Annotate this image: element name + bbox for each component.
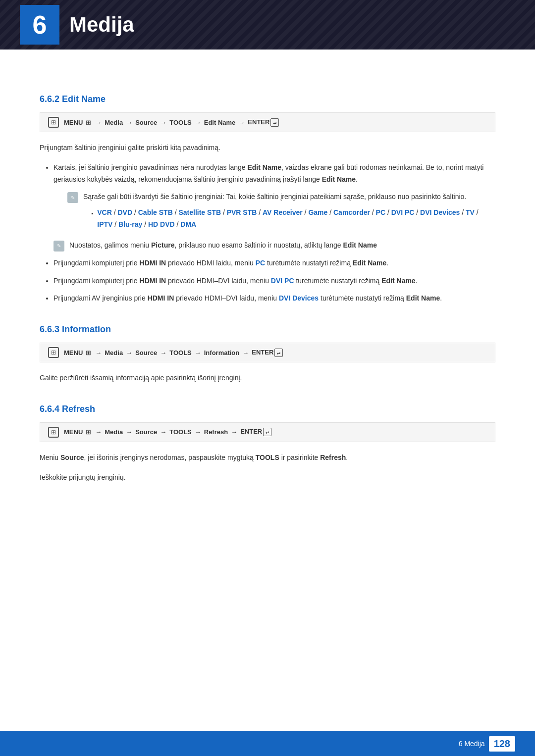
note-box-2: ✎ Nuostatos, galimos meniu Picture, prik… (54, 240, 495, 252)
section-663: 6.6.3 Information MENU ⊞ → Media → Sourc… (40, 324, 495, 384)
footer-page-number: 128 (489, 736, 515, 752)
section-662-title: 6.6.2 Edit Name (40, 94, 495, 104)
section-662-bullets: Kartais, jei šaltinio įrenginio pavadini… (54, 162, 495, 234)
chapter-number: 6 (20, 5, 59, 45)
main-content: 6.6.2 Edit Name MENU ⊞ → Media → Source … (0, 50, 535, 531)
section-664-title: 6.6.4 Refresh (40, 404, 495, 414)
enter-icon-662: ↵ (270, 118, 279, 127)
bullet-item-2: Prijungdami kompiuterį prie HDMI IN prie… (54, 257, 495, 269)
note-box-1: ✎ Sąraše gali būti išvardyti šie šaltini… (67, 191, 495, 233)
sub-bullet-list-1: VCR / DVD / Cable STB / Satellite STB / … (91, 207, 495, 231)
note-content-1: Sąraše gali būti išvardyti šie šaltinio … (83, 191, 495, 233)
menu-path-664: MENU ⊞ → Media → Source → TOOLS → Refres… (40, 422, 495, 442)
chapter-header: 6 Medija (0, 0, 535, 50)
menu-icon-662 (48, 117, 59, 128)
menu-path-663: MENU ⊞ → Media → Source → TOOLS → Inform… (40, 343, 495, 362)
bullet-item-1: Kartais, jei šaltinio įrenginio pavadini… (54, 162, 495, 234)
section-662: 6.6.2 Edit Name MENU ⊞ → Media → Source … (40, 94, 495, 304)
menu-icon-663 (48, 347, 59, 358)
section-663-intro: Galite peržiūrėti išsamią informaciją ap… (40, 372, 495, 384)
note-content-2: Nuostatos, galimos meniu Picture, prikla… (69, 240, 377, 252)
section-664: 6.6.4 Refresh MENU ⊞ → Media → Source → … (40, 404, 495, 484)
bullet-item-4: Prijungdami AV įrenginius prie HDMI IN p… (54, 293, 495, 304)
footer-chapter-label: 6 Medija (459, 740, 485, 748)
section-663-title: 6.6.3 Information (40, 324, 495, 335)
section-662-intro: Prijungtam šaltinio įrenginiui galite pr… (40, 142, 495, 154)
section-664-intro: Meniu Source, jei išorinis įrenginys ner… (40, 452, 495, 464)
bullet-item-3: Prijungdami kompiuterį prie HDMI IN prie… (54, 275, 495, 287)
menu-path-662: MENU ⊞ → Media → Source → TOOLS → Edit N… (40, 112, 495, 132)
sub-bullet-item-1: VCR / DVD / Cable STB / Satellite STB / … (91, 207, 495, 231)
note-icon-1: ✎ (67, 192, 78, 203)
section-664-intro2: Ieškokite prijungtų įrenginių. (40, 472, 495, 484)
section-662-bullets-2: Prijungdami kompiuterį prie HDMI IN prie… (54, 257, 495, 304)
bullet-1-text: Kartais, jei šaltinio įrenginio pavadini… (54, 163, 483, 183)
footer: 6 Medija 128 (0, 731, 535, 756)
enter-icon-664: ↵ (263, 428, 271, 436)
note-icon-2: ✎ (54, 241, 64, 252)
enter-icon-663: ↵ (274, 349, 283, 357)
chapter-title: Medija (69, 13, 134, 37)
menu-icon-664 (48, 427, 59, 438)
